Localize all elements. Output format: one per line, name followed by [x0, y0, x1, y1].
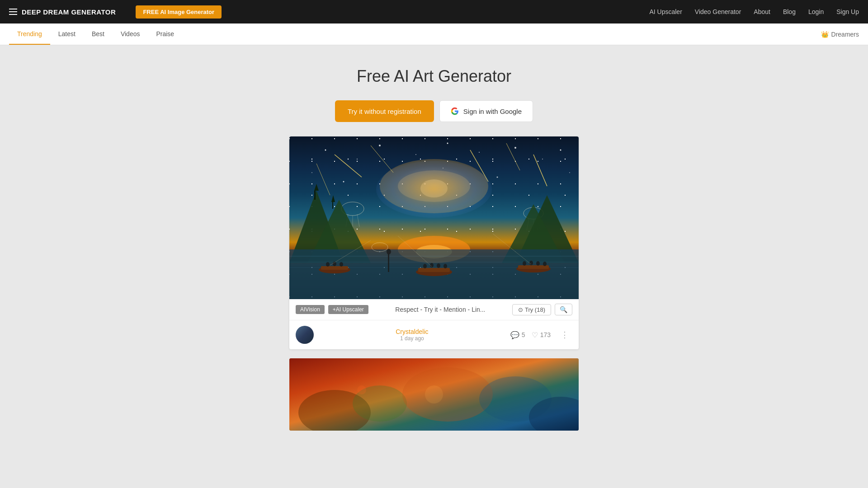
- svg-point-15: [398, 170, 470, 202]
- logo-text: DEEP DREAM GENERATOR: [22, 8, 116, 16]
- hamburger-icon[interactable]: [9, 9, 17, 15]
- nav-signup[interactable]: Sign Up: [836, 8, 859, 15]
- svg-point-11: [443, 168, 443, 169]
- svg-point-75: [357, 385, 366, 394]
- svg-marker-33: [515, 195, 579, 263]
- hero-section: Free AI Art Generator Try it without reg…: [0, 45, 868, 463]
- svg-point-55: [443, 264, 447, 268]
- hero-buttons: Try it without registration Sign in with…: [9, 100, 859, 122]
- try-without-registration-button[interactable]: Try it without registration: [335, 100, 434, 122]
- svg-point-3: [415, 154, 416, 155]
- nav-blog[interactable]: Blog: [783, 8, 796, 15]
- svg-point-47: [326, 262, 330, 267]
- svg-line-20: [506, 143, 520, 170]
- svg-line-67: [493, 234, 531, 264]
- likes-stat: ♡ 173: [532, 331, 551, 339]
- svg-point-59: [529, 261, 533, 265]
- nav-links: AI Upscaler Video Generator About Blog L…: [649, 8, 859, 15]
- svg-marker-38: [331, 195, 335, 202]
- svg-marker-32: [307, 200, 371, 263]
- svg-point-58: [523, 261, 526, 266]
- try-label: Try (18): [525, 306, 545, 313]
- svg-point-10: [343, 181, 344, 183]
- search-icon: 🔍: [560, 306, 567, 313]
- nav-ai-upscaler[interactable]: AI Upscaler: [649, 8, 682, 15]
- svg-point-6: [514, 147, 516, 149]
- svg-point-13: [569, 172, 570, 173]
- heart-icon: ♡: [532, 331, 538, 339]
- svg-line-21: [533, 155, 547, 186]
- svg-rect-41: [289, 249, 579, 299]
- tag-aivision[interactable]: AIVision: [296, 305, 325, 314]
- svg-point-5: [479, 152, 480, 153]
- svg-point-9: [311, 172, 312, 173]
- svg-rect-62: [388, 254, 389, 272]
- google-icon: [451, 107, 459, 115]
- svg-point-27: [524, 207, 543, 219]
- image-overlay: [289, 136, 579, 299]
- second-card[interactable]: [289, 358, 579, 431]
- dreamers-link[interactable]: 👑 Dreamers: [821, 31, 859, 38]
- featured-card: AIVision +AI Upscaler Respect - Try it -…: [289, 136, 579, 349]
- svg-point-63: [387, 249, 391, 254]
- comment-count: 5: [522, 331, 525, 338]
- svg-marker-31: [289, 191, 344, 263]
- logo[interactable]: DEEP DREAM GENERATOR: [9, 8, 116, 16]
- svg-line-26: [357, 214, 359, 227]
- dreamers-label: Dreamers: [831, 31, 859, 38]
- svg-point-74: [425, 385, 443, 404]
- author-time: 1 day ago: [319, 335, 505, 342]
- tab-best[interactable]: Best: [84, 24, 113, 45]
- svg-marker-36: [314, 184, 319, 191]
- author-name[interactable]: Crystaldelic: [319, 328, 505, 335]
- tabs: Trending Latest Best Videos Praise: [9, 24, 182, 45]
- avatar[interactable]: [296, 326, 314, 344]
- tab-praise[interactable]: Praise: [148, 24, 182, 45]
- svg-marker-34: [502, 204, 565, 263]
- svg-line-30: [538, 219, 540, 230]
- tab-videos[interactable]: Videos: [113, 24, 148, 45]
- comments-stat: 💬 5: [510, 331, 525, 339]
- comment-icon: 💬: [510, 331, 519, 339]
- svg-line-18: [371, 145, 393, 173]
- svg-point-71: [402, 367, 493, 422]
- svg-point-2: [379, 145, 381, 146]
- svg-rect-37: [332, 202, 333, 209]
- svg-point-61: [543, 262, 547, 266]
- tag-ai-upscaler[interactable]: +AI Upscaler: [328, 305, 368, 314]
- svg-point-64: [372, 243, 388, 252]
- nav-video-generator[interactable]: Video Generator: [695, 8, 741, 15]
- svg-line-28: [527, 219, 529, 230]
- tab-latest[interactable]: Latest: [50, 24, 84, 45]
- svg-point-50: [416, 268, 452, 276]
- svg-point-56: [516, 265, 551, 272]
- svg-rect-46: [321, 266, 348, 270]
- card-actions: ⊙ Try (18) 🔍: [512, 304, 572, 315]
- svg-point-60: [536, 261, 540, 266]
- svg-point-23: [341, 202, 364, 216]
- nav-cta-button[interactable]: FREE AI Image Generator: [136, 5, 222, 19]
- featured-image[interactable]: [289, 136, 579, 299]
- author-info: Crystaldelic 1 day ago: [319, 328, 505, 342]
- svg-point-54: [437, 263, 440, 268]
- nav-about[interactable]: About: [754, 8, 770, 15]
- try-button[interactable]: ⊙ Try (18): [512, 304, 551, 315]
- svg-point-49: [340, 262, 343, 267]
- svg-line-17: [335, 155, 362, 177]
- sign-in-google-button[interactable]: Sign in with Google: [439, 100, 533, 122]
- tab-trending[interactable]: Trending: [9, 24, 50, 45]
- svg-line-65: [330, 240, 371, 265]
- google-button-label: Sign in with Google: [463, 108, 522, 115]
- svg-point-7: [542, 159, 543, 160]
- author-row: Crystaldelic 1 day ago 💬 5 ♡ 173 ⋮: [289, 320, 579, 349]
- search-button[interactable]: 🔍: [555, 304, 572, 315]
- svg-point-40: [416, 245, 452, 258]
- svg-line-66: [398, 236, 432, 267]
- svg-rect-57: [518, 265, 549, 269]
- svg-point-16: [420, 179, 448, 197]
- svg-point-48: [333, 262, 336, 266]
- navbar: DEEP DREAM GENERATOR FREE AI Image Gener…: [0, 0, 868, 23]
- more-options-button[interactable]: ⋮: [557, 328, 572, 342]
- crown-icon: 👑: [821, 31, 829, 38]
- nav-login[interactable]: Login: [808, 8, 824, 15]
